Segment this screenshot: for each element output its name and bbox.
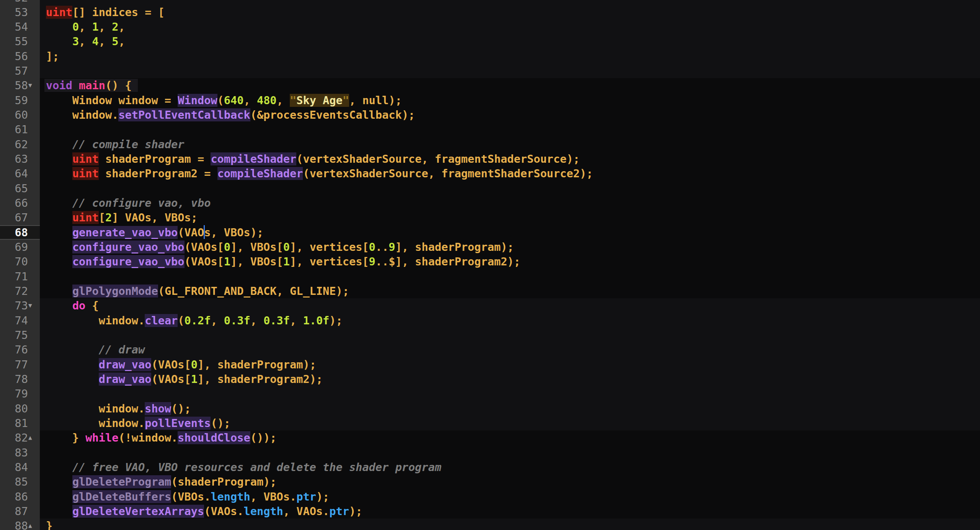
line-number-cell[interactable]: 65	[0, 181, 40, 196]
code-row[interactable]: 69 configure_vao_vbo(VAOs[0], VBOs[0], v…	[0, 240, 980, 254]
code-line[interactable]: uint shaderProgram = compileShader(verte…	[40, 152, 980, 166]
code-row[interactable]: 86 glDeleteBuffers(VBOs.length, VBOs.ptr…	[0, 489, 980, 504]
line-number-cell[interactable]: 87	[0, 504, 40, 519]
code-row[interactable]: 63 uint shaderProgram = compileShader(ve…	[0, 152, 980, 166]
code-line[interactable]: }	[40, 519, 980, 530]
code-line[interactable]	[40, 328, 980, 342]
line-number-cell[interactable]: 75	[0, 328, 40, 342]
line-number-cell[interactable]: 71	[0, 269, 40, 284]
line-number-cell[interactable]: 54	[0, 20, 40, 34]
code-row[interactable]: 72 glPolygonMode(GL_FRONT_AND_BACK, GL_L…	[0, 284, 980, 298]
line-number-cell[interactable]: 73▼	[0, 298, 40, 313]
line-number-cell[interactable]: 74	[0, 313, 40, 328]
code-line[interactable]: glDeleteVertexArrays(VAOs.length, VAOs.p…	[40, 504, 980, 519]
code-row[interactable]: 78 draw_vao(VAOs[1], shaderProgram2);	[0, 372, 980, 386]
code-line[interactable]: uint[] indices = [	[40, 5, 980, 20]
code-row[interactable]: 54 0, 1, 2,	[0, 20, 980, 34]
line-number-cell[interactable]: 79	[0, 386, 40, 401]
fold-up-icon[interactable]: ▲	[28, 519, 38, 530]
fold-down-icon[interactable]: ▼	[28, 78, 38, 93]
fold-up-icon[interactable]: ▲	[28, 430, 38, 445]
code-line[interactable]: window.pollEvents();	[40, 416, 980, 430]
code-line[interactable]: do {	[40, 298, 980, 313]
code-row[interactable]: 75	[0, 328, 980, 342]
line-number-cell[interactable]: 84	[0, 460, 40, 474]
line-number-cell[interactable]: 62	[0, 137, 40, 152]
code-line[interactable]: ];	[40, 49, 980, 64]
code-row[interactable]: 84 // free VAO, VBO resources and delete…	[0, 460, 980, 474]
code-row[interactable]: 59 Window window = Window(640, 480, "Sky…	[0, 93, 980, 108]
line-number-cell[interactable]: 59	[0, 93, 40, 108]
code-row[interactable]: 82▲ } while(!window.shouldClose());	[0, 430, 980, 445]
code-row[interactable]: 64 uint shaderProgram2 = compileShader(v…	[0, 166, 980, 181]
line-number-cell[interactable]: 56	[0, 49, 40, 64]
line-number-cell[interactable]: 88▲	[0, 519, 40, 530]
line-number-cell[interactable]: 52	[0, 0, 40, 5]
code-row[interactable]: 57	[0, 64, 980, 78]
code-line[interactable]: glDeleteBuffers(VBOs.length, VBOs.ptr);	[40, 489, 980, 504]
code-row[interactable]: 65	[0, 181, 980, 196]
code-row[interactable]: 87 glDeleteVertexArrays(VAOs.length, VAO…	[0, 504, 980, 519]
code-line[interactable]: // compile shader	[40, 137, 980, 152]
fold-down-icon[interactable]: ▼	[28, 298, 38, 313]
line-number-cell[interactable]: 77	[0, 357, 40, 372]
code-line[interactable]: 3, 4, 5,	[40, 34, 980, 49]
code-row[interactable]: 70 configure_vao_vbo(VAOs[1], VBOs[1], v…	[0, 254, 980, 269]
code-line[interactable]: draw_vao(VAOs[1], shaderProgram2);	[40, 372, 980, 386]
line-number-cell[interactable]: 85	[0, 474, 40, 489]
code-row[interactable]: 68 generate_vao_vbo(VAOs, VBOs);	[0, 225, 980, 240]
line-number-cell[interactable]: 66	[0, 196, 40, 210]
line-number-cell[interactable]: 80	[0, 401, 40, 416]
line-number-cell[interactable]: 81	[0, 416, 40, 430]
code-line[interactable]: uint shaderProgram2 = compileShader(vert…	[40, 166, 980, 181]
code-row[interactable]: 53uint[] indices = [	[0, 5, 980, 20]
line-number-cell[interactable]: 82▲	[0, 430, 40, 445]
code-row[interactable]: 67 uint[2] VAOs, VBOs;	[0, 210, 980, 225]
code-row[interactable]: 77 draw_vao(VAOs[0], shaderProgram);	[0, 357, 980, 372]
code-line[interactable]: configure_vao_vbo(VAOs[0], VBOs[0], vert…	[40, 240, 980, 254]
code-row[interactable]: 79	[0, 386, 980, 401]
line-number-cell[interactable]: 55	[0, 34, 40, 49]
line-number-cell[interactable]: 70	[0, 254, 40, 269]
line-number-cell[interactable]: 57	[0, 64, 40, 78]
code-row[interactable]: 55 3, 4, 5,	[0, 34, 980, 49]
line-number-cell[interactable]: 63	[0, 152, 40, 166]
code-row[interactable]: 83	[0, 445, 980, 460]
line-number-cell[interactable]: 68	[0, 225, 40, 240]
line-number-cell[interactable]: 58▼	[0, 78, 40, 93]
code-row[interactable]: 61	[0, 122, 980, 137]
code-line[interactable]: Window window = Window(640, 480, "Sky Ag…	[40, 93, 980, 108]
code-line[interactable]	[40, 0, 980, 5]
code-line[interactable]: window.clear(0.2f, 0.3f, 0.3f, 1.0f);	[40, 313, 980, 328]
code-line[interactable]: configure_vao_vbo(VAOs[1], VBOs[1], vert…	[40, 254, 980, 269]
line-number-cell[interactable]: 64	[0, 166, 40, 181]
code-row[interactable]: 60 window.setPollEventCallback(&processE…	[0, 108, 980, 122]
code-line[interactable]	[40, 122, 980, 137]
line-number-cell[interactable]: 53	[0, 5, 40, 20]
code-line[interactable]	[40, 269, 980, 284]
code-line[interactable]: } while(!window.shouldClose());	[40, 430, 980, 445]
code-row[interactable]: 62 // compile shader	[0, 137, 980, 152]
code-row[interactable]: 52	[0, 0, 980, 5]
code-line[interactable]: // free VAO, VBO resources and delete th…	[40, 460, 980, 474]
code-line[interactable]: generate_vao_vbo(VAOs, VBOs);	[40, 225, 980, 240]
line-number-cell[interactable]: 69	[0, 240, 40, 254]
code-line[interactable]: uint[2] VAOs, VBOs;	[40, 210, 980, 225]
line-number-cell[interactable]: 72	[0, 284, 40, 298]
code-line[interactable]: glDeleteProgram(shaderProgram);	[40, 474, 980, 489]
line-number-cell[interactable]: 78	[0, 372, 40, 386]
code-row[interactable]: 73▼ do {	[0, 298, 980, 313]
code-row[interactable]: 58▼void main() {	[0, 78, 980, 93]
line-number-cell[interactable]: 67	[0, 210, 40, 225]
line-number-cell[interactable]: 61	[0, 122, 40, 137]
code-row[interactable]: 74 window.clear(0.2f, 0.3f, 0.3f, 1.0f);	[0, 313, 980, 328]
line-number-cell[interactable]: 60	[0, 108, 40, 122]
code-line[interactable]: 0, 1, 2,	[40, 20, 980, 34]
code-line[interactable]: window.show();	[40, 401, 980, 416]
code-line[interactable]: window.setPollEventCallback(&processEven…	[40, 108, 980, 122]
code-row[interactable]: 88▲}	[0, 519, 980, 530]
code-row[interactable]: 80 window.show();	[0, 401, 980, 416]
code-line[interactable]: void main() {	[40, 78, 980, 93]
code-row[interactable]: 71	[0, 269, 980, 284]
code-row[interactable]: 76 // draw	[0, 342, 980, 357]
